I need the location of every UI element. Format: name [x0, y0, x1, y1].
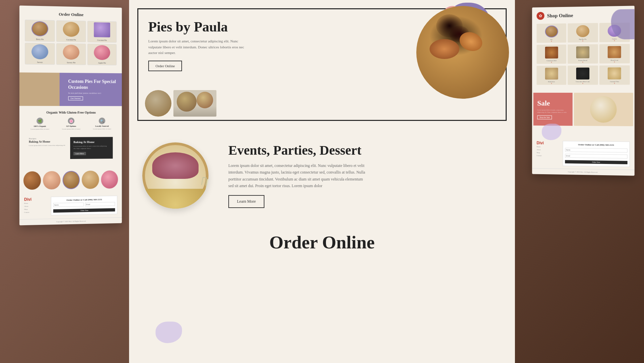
pie-cell-6[interactable]: Apple Pie: [87, 44, 117, 66]
carousel-pie-3: [63, 171, 80, 189]
shop-product-price-2: $: [582, 40, 583, 42]
shop-product-img-4: [545, 47, 558, 59]
peach-1: [430, 39, 459, 59]
baking-desc: Lorem ipsum dolor sit amet consectetur a…: [29, 144, 68, 147]
pie-cell-5[interactable]: Savory Pie: [56, 43, 86, 65]
purple-blob-r-b: [542, 124, 561, 140]
carousel-pie-4: [82, 171, 99, 189]
sale-box: Sale Lorem ipsum dolor sit amet, consect…: [533, 93, 573, 126]
shop-products-row-3: Madeleine $ Chocolate Mint Cake $ Carame…: [536, 65, 630, 85]
organic-feature-2: 🌸 GF Options Lorem ipsum dolor sit amet: [62, 118, 80, 130]
shop-product-price-3: $: [614, 40, 615, 41]
shop-product-img-8: [576, 68, 589, 79]
right-footer-email-input[interactable]: [565, 154, 627, 158]
left-panel: Order Online Berry Pie Coconut Pie Cocon…: [20, 6, 122, 225]
organic-desc-2: Lorem ipsum dolor sit amet: [62, 128, 80, 130]
pie-cell-3[interactable]: Coconut Pie: [87, 21, 117, 43]
shop-product-bigpie[interactable]: Big Boi Pie $: [568, 23, 598, 42]
organic-label-1: 100% Organic: [34, 125, 46, 127]
custom-pies-btn[interactable]: Get Started: [68, 96, 83, 100]
events-pie-img: [142, 142, 208, 209]
baking-left: Recipes Baking At Home Lorem ipsum dolor…: [29, 137, 68, 147]
right-footer-submit-btn[interactable]: Order Now: [565, 160, 627, 164]
shop-product-choc-mint[interactable]: Chocolate Mint Cake $: [568, 66, 598, 85]
pie-label-6: Apple Pie: [98, 62, 106, 64]
organic-feature-1: 🌿 100% Organic Lorem ipsum dolor sit ame…: [30, 118, 49, 130]
sale-section: Sale Lorem ipsum dolor sit amet, consect…: [533, 93, 633, 126]
hero-title: Pies by Paula: [148, 19, 264, 34]
learn-more-btn[interactable]: Learn More: [228, 195, 264, 208]
shop-product-img-5: [576, 46, 589, 58]
shop-product-price-1: $: [551, 40, 552, 42]
recipes-title: Baking At Home: [29, 140, 68, 143]
shop-product-madeleine[interactable]: Madeleine $: [536, 66, 566, 85]
shop-product-price-7: $: [551, 82, 552, 84]
carousel-pie-1: [23, 171, 41, 189]
shop-products-row-2: Cinnamon Roll $ Peanut Bread $ Bread Loa…: [536, 44, 630, 64]
shop-product-pie[interactable]: Pie $: [536, 24, 566, 43]
shop-title: Shop Online: [547, 13, 573, 19]
sale-btn[interactable]: Shop the Sale: [537, 115, 552, 119]
small-pie-inner: [177, 92, 197, 112]
shop-product-bread[interactable]: Bread Loaf $: [599, 44, 630, 64]
pie-image-1: [31, 21, 48, 36]
sale-img: [574, 93, 633, 126]
pie-cell-2[interactable]: Coconut Pie: [56, 20, 86, 42]
shop-product-img-7: [545, 68, 558, 79]
events-title: Events, Parties, Dessert: [228, 143, 502, 158]
pie-image-4: [31, 44, 48, 59]
shop-product-price-8: $: [582, 82, 583, 84]
pie-bottom-crust: [142, 189, 208, 209]
footer-submit-btn[interactable]: Order Now: [53, 208, 115, 212]
carousel-pie-5: [101, 170, 118, 188]
carousel-pie-2: [43, 171, 61, 189]
pie-cell-4[interactable]: Savory: [25, 43, 55, 65]
sale-pie-img: [590, 96, 617, 123]
right-footer-name-input[interactable]: [565, 148, 627, 152]
footer-email-input[interactable]: [85, 202, 115, 206]
left-footer-section: Divi HomeAboutShopContact Order Online o…: [20, 192, 122, 219]
organic-label-3: Locally Sourced: [95, 125, 109, 127]
organic-icons-row: 🌿 100% Organic Lorem ipsum dolor sit ame…: [24, 118, 117, 130]
shop-product-price-6: $: [614, 61, 615, 63]
events-section: Events, Parties, Dessert Lorem ipsum dol…: [129, 129, 515, 222]
shop-product-img-6: [608, 46, 621, 58]
right-footer-section: Divi HomeAboutShopContact Order Online o…: [532, 138, 635, 170]
small-pie-1: [145, 90, 171, 117]
footer-name-input[interactable]: [53, 202, 84, 207]
shop-product-cinnamon[interactable]: Cinnamon Roll $: [536, 44, 566, 64]
pie-label-4: Savory: [37, 61, 43, 63]
order-online-title: Order Online: [25, 11, 117, 18]
footer-form-row: [53, 202, 115, 207]
pie-image-5: [63, 45, 79, 60]
small-pie-2: [173, 90, 216, 117]
shop-product-price-5: $: [582, 61, 583, 63]
pie-image-6: [94, 45, 110, 60]
purple-blob-container: [532, 127, 635, 138]
hero-pie-circle: [416, 6, 509, 99]
shop-product-caramel[interactable]: Caramel Flan $: [599, 65, 630, 85]
pie-grid: Berry Pie Coconut Pie Coconut Pie Savory…: [25, 20, 117, 65]
pie-cell-1[interactable]: Berry Pie: [25, 20, 55, 42]
right-footer-divi: Divi HomeAboutShopContact: [536, 141, 559, 166]
shop-product-img-2: [576, 25, 589, 37]
hero-description: Lorem ipsum dolor sit amet, consectetur …: [148, 38, 248, 56]
footer-divi: Divi HomeAboutShopContact: [24, 197, 48, 216]
organic-desc-3: Lorem ipsum dolor sit amet: [93, 128, 111, 130]
sale-desc: Lorem ipsum dolor sit amet, consectetur …: [537, 109, 569, 114]
shop-product-img-9: [608, 67, 621, 79]
shop-product-peanut[interactable]: Peanut Bread $: [568, 44, 598, 64]
hero-order-btn[interactable]: Order Online: [148, 61, 182, 71]
main-panel: Pies by Paula Lorem ipsum dolor sit amet…: [129, 0, 515, 363]
organic-icon-2: 🌸: [68, 118, 74, 124]
banner-pie-bg: [20, 73, 60, 106]
order-online-heading-text: Order Online: [129, 232, 515, 253]
right-footer-divi-label: Divi: [536, 141, 559, 146]
pie-label-2: Coconut Pie: [66, 39, 76, 41]
right-footer-links: HomeAboutShopContact: [536, 145, 559, 157]
baking-learn-more-btn[interactable]: Learn More: [73, 152, 86, 155]
pie-label-3: Coconut Pie: [97, 39, 107, 41]
banner-title: Custom Pies For Special Occasions: [68, 78, 117, 91]
pie-image-3: [94, 22, 110, 37]
right-footer-contact-title: Order Online or Call (996) 569-2131: [565, 143, 627, 146]
